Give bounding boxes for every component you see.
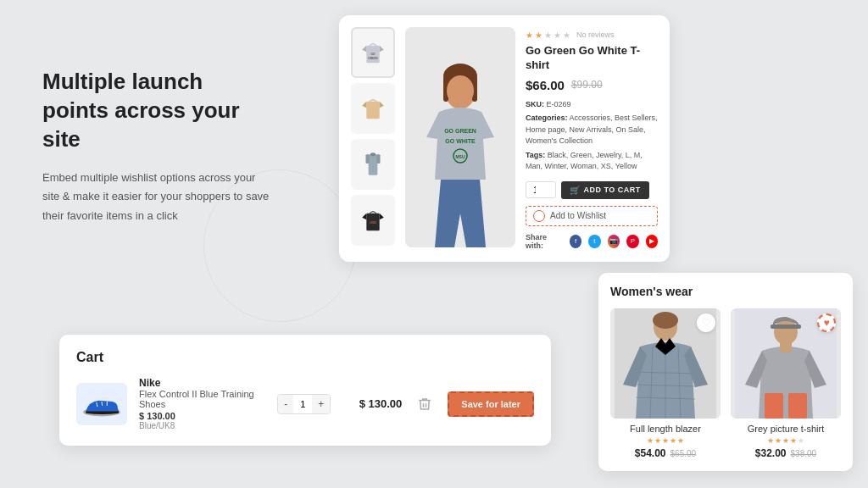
cart-item-variant: Blue/UK8 xyxy=(139,421,265,430)
svg-marker-7 xyxy=(380,102,384,108)
qty-cart-row: 🛒 ADD TO CART xyxy=(526,181,658,199)
youtube-share-icon[interactable]: ▶ xyxy=(646,235,658,248)
price-original: $99.00 xyxy=(571,79,603,91)
womens-item-2-name: Grey picture t-shirt xyxy=(731,424,841,434)
thumbnail-4[interactable]: LOGO xyxy=(351,195,395,246)
cart-card: Cart Nike Flex Control II Blue Training … xyxy=(59,335,551,446)
thumbnail-1[interactable]: GO GREEN xyxy=(351,27,395,78)
womens-item-2-stars: ★ ★ ★ ★ ★ xyxy=(731,436,841,445)
rating-row: ★ ★ ★ ★ ★ No reviews xyxy=(526,30,658,39)
save-for-later-button[interactable]: Save for later xyxy=(448,391,534,417)
svg-rect-42 xyxy=(780,341,792,352)
svg-text:GREEN: GREEN xyxy=(368,57,378,60)
product-card: GO GREEN xyxy=(339,15,670,262)
womens-wear-card: Women's wear xyxy=(598,273,853,471)
svg-point-21 xyxy=(447,75,474,106)
svg-rect-10 xyxy=(376,154,380,164)
womens-item-2-price: $32.00 xyxy=(755,447,787,459)
w-star-5: ★ xyxy=(677,436,684,445)
heart-symbol-1: ♡ xyxy=(702,317,711,329)
star-3: ★ xyxy=(544,30,553,39)
womens-wear-title: Women's wear xyxy=(610,285,841,298)
star-1: ★ xyxy=(526,30,534,39)
cart-item-price: $ 130.00 xyxy=(139,411,265,421)
svg-marker-13 xyxy=(362,214,366,220)
womens-item-2-image: ♥ xyxy=(731,308,841,419)
w2-star-5: ★ xyxy=(798,436,804,445)
star-5: ★ xyxy=(563,30,571,39)
product-title: Go Green Go White T-shirt xyxy=(526,44,658,73)
svg-text:GO GREEN: GO GREEN xyxy=(444,128,476,134)
instagram-share-icon[interactable]: 📷 xyxy=(608,235,620,248)
product-details: ★ ★ ★ ★ ★ No reviews Go Green Go White T… xyxy=(526,27,658,250)
item-1-wishlist-icon[interactable]: ♡ xyxy=(697,313,715,332)
svg-rect-8 xyxy=(369,154,378,175)
facebook-share-icon[interactable]: f xyxy=(570,235,581,248)
no-reviews-label: No reviews xyxy=(576,30,615,39)
cart-title: Cart xyxy=(76,350,534,365)
wishlist-circle xyxy=(533,210,545,222)
pinterest-share-icon[interactable]: P xyxy=(626,235,638,248)
svg-rect-40 xyxy=(765,393,783,419)
w2-star-4: ★ xyxy=(790,436,797,445)
sub-text: Embed multiple wishlist options across y… xyxy=(42,169,271,225)
sku-value: E-0269 xyxy=(547,100,571,108)
w-star-1: ★ xyxy=(647,436,654,445)
w-star-3: ★ xyxy=(662,436,669,445)
cart-item-row: Nike Flex Control II Blue Training Shoes… xyxy=(76,377,534,430)
svg-marker-1 xyxy=(362,46,366,53)
w-star-4: ★ xyxy=(670,436,676,445)
qty-decrease-button[interactable]: - xyxy=(278,395,293,413)
womens-item-1-price: $54.00 xyxy=(635,447,666,459)
product-main-image: GO GREEN GO WHITE MSU xyxy=(405,27,515,247)
svg-marker-2 xyxy=(380,46,384,53)
thumbnail-2[interactable] xyxy=(351,83,395,134)
svg-rect-39 xyxy=(771,324,801,329)
quantity-stepper[interactable]: - 1 + xyxy=(277,394,331,414)
womens-item-2: ♥ Grey picture t-shirt ★ ★ ★ ★ ★ $32.00 … xyxy=(731,308,841,459)
cart-total: $ 130.00 xyxy=(342,397,402,410)
w2-star-2: ★ xyxy=(775,436,782,445)
main-heading: Multiple launch points across your site xyxy=(42,68,271,153)
svg-text:GO: GO xyxy=(371,53,376,56)
sku-label: SKU: xyxy=(526,100,544,108)
cart-item-name: Flex Control II Blue Training Shoes xyxy=(139,389,265,409)
thumbnail-3[interactable] xyxy=(351,139,395,190)
tags-row: Tags: Black, Green, Jewelry, L, M, Man, … xyxy=(526,150,658,173)
w2-star-1: ★ xyxy=(767,436,774,445)
womens-item-2-prices: $32.00 $38.00 xyxy=(731,447,841,459)
share-label: Share with: xyxy=(526,233,563,250)
product-thumbnails: GO GREEN xyxy=(351,27,395,250)
svg-rect-9 xyxy=(365,154,369,164)
qty-increase-button[interactable]: + xyxy=(312,395,330,413)
categories-label: Categories: xyxy=(526,114,568,122)
star-4: ★ xyxy=(554,30,562,39)
womens-item-1-image: ♡ xyxy=(610,308,721,419)
share-row: Share with: f t 📷 P ▶ xyxy=(526,233,658,250)
womens-item-1-price-orig: $65.00 xyxy=(670,449,697,458)
quantity-input[interactable] xyxy=(526,181,556,198)
add-to-cart-button[interactable]: 🛒 ADD TO CART xyxy=(561,181,649,199)
left-section: Multiple launch points across your site … xyxy=(42,68,271,225)
womens-item-1-stars: ★ ★ ★ ★ ★ xyxy=(610,436,721,445)
cart-item-brand: Nike xyxy=(139,377,265,389)
womens-item-2-price-orig: $38.00 xyxy=(791,449,817,458)
sku-row: SKU: E-0269 xyxy=(526,99,658,111)
wishlist-label: Add to Wishlist xyxy=(550,211,606,220)
cart-item-info: Nike Flex Control II Blue Training Shoes… xyxy=(139,377,265,430)
w-star-2: ★ xyxy=(654,436,661,445)
price-current: $66.00 xyxy=(526,78,565,92)
svg-rect-41 xyxy=(788,393,807,419)
heart-symbol-2: ♥ xyxy=(823,317,829,329)
twitter-share-icon[interactable]: t xyxy=(588,235,600,248)
womens-item-1: ♡ Full length blazer ★ ★ ★ ★ ★ $54.00 $6… xyxy=(610,308,721,459)
categories-row: Categories: Accessories, Best Sellers, H… xyxy=(526,113,658,147)
svg-text:GO WHITE: GO WHITE xyxy=(445,138,476,144)
svg-point-29 xyxy=(653,312,678,329)
svg-text:LOGO: LOGO xyxy=(370,221,376,225)
womens-item-1-prices: $54.00 $65.00 xyxy=(610,447,721,459)
delete-icon[interactable] xyxy=(417,396,432,412)
price-row: $66.00 $99.00 xyxy=(526,78,658,92)
item-2-wishlist-icon[interactable]: ♥ xyxy=(817,313,836,332)
w2-star-3: ★ xyxy=(782,436,789,445)
